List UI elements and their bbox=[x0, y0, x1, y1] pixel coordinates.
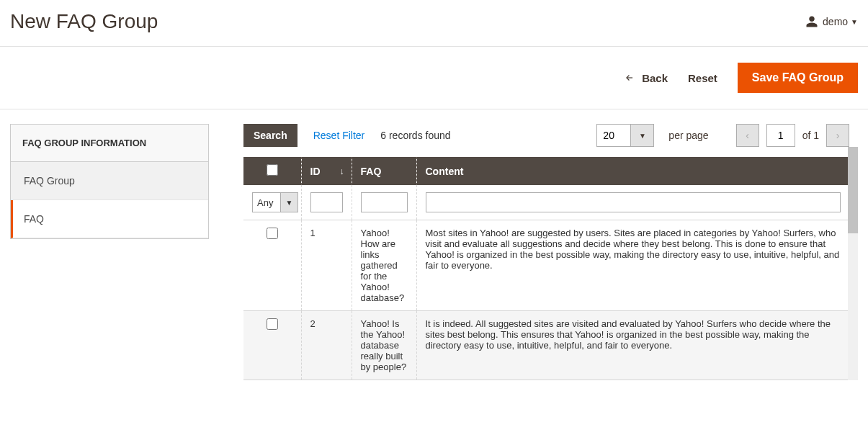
cell-faq: Yahoo! How are links gathered for the Ya… bbox=[352, 220, 416, 311]
table-row[interactable]: 1 Yahoo! How are links gathered for the … bbox=[243, 220, 849, 311]
reset-button[interactable]: Reset bbox=[688, 72, 717, 84]
sidebar-item-faq[interactable]: FAQ bbox=[11, 200, 208, 238]
filter-select-button[interactable]: ▼ bbox=[281, 192, 298, 212]
user-icon bbox=[805, 15, 818, 28]
chevron-down-icon: ▼ bbox=[639, 132, 646, 140]
cell-content: It is indeed. All suggested sites are vi… bbox=[416, 311, 849, 380]
faq-grid: ID↓ FAQ Content Any ▼ bbox=[243, 157, 849, 380]
vertical-scrollbar[interactable] bbox=[848, 147, 858, 380]
filter-faq-input[interactable] bbox=[361, 192, 408, 212]
sidebar-header: FAQ GROUP INFORMATION bbox=[11, 125, 208, 162]
filter-row: Any ▼ bbox=[243, 185, 849, 220]
filter-select-value: Any bbox=[252, 192, 281, 212]
filter-content-input[interactable] bbox=[426, 192, 841, 212]
cell-id: 1 bbox=[301, 220, 352, 311]
col-header-content[interactable]: Content bbox=[416, 157, 849, 185]
col-header-id[interactable]: ID↓ bbox=[301, 157, 352, 185]
of-pages-label: of 1 bbox=[802, 130, 819, 141]
per-page-label: per page bbox=[668, 130, 708, 141]
arrow-left-icon bbox=[623, 73, 636, 83]
back-button[interactable]: Back bbox=[623, 72, 668, 84]
table-row[interactable]: 2 Yahoo! Is the Yahoo! database really b… bbox=[243, 311, 849, 380]
page-size-input[interactable] bbox=[596, 124, 631, 147]
user-menu[interactable]: demo ▼ bbox=[805, 15, 858, 28]
col-header-faq[interactable]: FAQ bbox=[352, 157, 416, 185]
search-button[interactable]: Search bbox=[243, 124, 297, 147]
content-area: Search Reset Filter 6 records found ▼ pe… bbox=[243, 124, 858, 380]
filter-id-input[interactable] bbox=[310, 192, 343, 212]
chevron-right-icon: › bbox=[836, 130, 840, 141]
page-size-dropdown-button[interactable]: ▼ bbox=[631, 124, 654, 147]
prev-page-button[interactable]: ‹ bbox=[736, 124, 759, 147]
cell-id: 2 bbox=[301, 311, 352, 380]
action-bar: Back Reset Save FAQ Group bbox=[0, 46, 868, 109]
select-all-checkbox[interactable] bbox=[267, 164, 278, 176]
cell-faq: Yahoo! Is the Yahoo! database really bui… bbox=[352, 311, 416, 380]
next-page-button[interactable]: › bbox=[826, 124, 849, 147]
cell-content: Most sites in Yahoo! are suggested by us… bbox=[416, 220, 849, 311]
records-found: 6 records found bbox=[380, 130, 450, 141]
back-label: Back bbox=[642, 72, 668, 84]
chevron-left-icon: ‹ bbox=[746, 130, 749, 141]
sort-descending-icon: ↓ bbox=[340, 166, 344, 176]
reset-filter-link[interactable]: Reset Filter bbox=[313, 130, 365, 141]
sidebar-item-faq-group[interactable]: FAQ Group bbox=[11, 162, 208, 200]
save-button[interactable]: Save FAQ Group bbox=[738, 63, 858, 93]
page-title: New FAQ Group bbox=[10, 10, 158, 33]
grid-toolbar: Search Reset Filter 6 records found ▼ pe… bbox=[243, 124, 849, 157]
pager: ▼ per page ‹ of 1 › bbox=[596, 124, 849, 147]
col-header-select[interactable] bbox=[243, 157, 301, 185]
col-header-id-label: ID bbox=[310, 166, 321, 177]
sidebar: FAQ GROUP INFORMATION FAQ Group FAQ bbox=[10, 124, 209, 239]
scrollbar-thumb[interactable] bbox=[848, 147, 858, 233]
row-checkbox[interactable] bbox=[267, 318, 278, 330]
chevron-down-icon: ▼ bbox=[851, 18, 858, 26]
row-checkbox[interactable] bbox=[267, 228, 278, 239]
current-page-input[interactable] bbox=[766, 124, 795, 147]
user-label: demo bbox=[823, 16, 848, 27]
